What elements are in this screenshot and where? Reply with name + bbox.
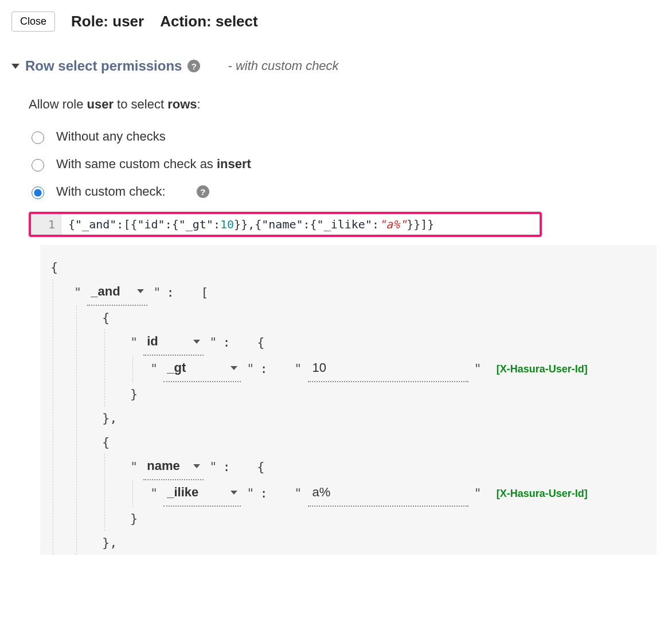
quote: " bbox=[474, 357, 482, 381]
header-action: Action: select bbox=[160, 13, 258, 30]
column-select-id[interactable]: id bbox=[143, 329, 204, 356]
section-title: Row select permissions bbox=[25, 58, 182, 74]
quote: " bbox=[74, 281, 81, 305]
brace-close: } bbox=[130, 507, 646, 531]
column-select-name[interactable]: name bbox=[143, 454, 204, 480]
value-input-gt[interactable]: 10 bbox=[308, 356, 468, 382]
action-label: Action: bbox=[160, 13, 212, 30]
quote: " bbox=[209, 331, 217, 355]
colon: : bbox=[223, 455, 230, 479]
colon: : bbox=[260, 357, 268, 381]
quote: " bbox=[150, 357, 158, 381]
help-icon[interactable]: ? bbox=[187, 60, 200, 72]
bracket-open: [ bbox=[201, 281, 208, 305]
colon: : bbox=[167, 281, 174, 305]
brace-close-comma: }, bbox=[102, 406, 646, 430]
radio-custom-check[interactable]: With custom check: ? bbox=[29, 184, 661, 199]
radio-custom-check-input[interactable] bbox=[32, 186, 44, 199]
colon: : bbox=[223, 331, 230, 355]
radio-no-checks-label: Without any checks bbox=[56, 129, 166, 144]
brace-open: { bbox=[50, 255, 646, 279]
chevron-down-icon bbox=[230, 366, 237, 370]
hasura-user-id-link[interactable]: [X-Hasura-User-Id] bbox=[497, 359, 588, 379]
quote: " bbox=[247, 481, 254, 506]
hasura-user-id-link[interactable]: [X-Hasura-User-Id] bbox=[497, 484, 588, 503]
radio-custom-check-label: With custom check: bbox=[56, 184, 166, 199]
radio-same-as-insert[interactable]: With same custom check as insert bbox=[29, 157, 661, 172]
json-editor[interactable]: 1 {"_and":[{"id":{"_gt":10}},{"name":{"_… bbox=[29, 212, 542, 237]
colon: : bbox=[260, 481, 268, 506]
section-suffix: - with custom check bbox=[228, 59, 338, 73]
chevron-down-icon bbox=[193, 340, 200, 344]
quote: " bbox=[247, 357, 254, 381]
quote: " bbox=[130, 331, 138, 355]
quote: " bbox=[153, 281, 161, 305]
permission-builder: { " _and " : [ { " id bbox=[40, 245, 657, 555]
quote: " bbox=[209, 455, 217, 479]
brace-close-comma: }, bbox=[102, 531, 646, 555]
brace-close: } bbox=[130, 382, 646, 406]
chevron-down-icon bbox=[230, 491, 237, 495]
section-header[interactable]: Row select permissions ? - with custom c… bbox=[11, 58, 661, 74]
quote: " bbox=[294, 357, 302, 381]
help-icon[interactable]: ? bbox=[197, 185, 209, 198]
brace-open: { bbox=[102, 306, 646, 330]
role-label: Role: bbox=[71, 13, 108, 30]
quote: " bbox=[150, 481, 158, 506]
chevron-down-icon bbox=[193, 464, 200, 468]
radio-no-checks-input[interactable] bbox=[32, 131, 44, 144]
allow-text: Allow role user to select rows: bbox=[29, 97, 661, 112]
operator-select-gt[interactable]: _gt bbox=[163, 356, 241, 382]
radio-same-as-insert-input[interactable] bbox=[32, 159, 44, 172]
code-line[interactable]: {"_and":[{"id":{"_gt":10}},{"name":{"_il… bbox=[61, 214, 441, 235]
line-number: 1 bbox=[31, 214, 61, 235]
header-role: Role: user bbox=[71, 13, 144, 30]
role-value: user bbox=[112, 13, 144, 30]
radio-same-as-insert-label: With same custom check as insert bbox=[56, 157, 251, 172]
value-input-ilike[interactable]: a% bbox=[308, 480, 468, 507]
operator-select-ilike[interactable]: _ilike bbox=[163, 480, 241, 507]
radio-no-checks[interactable]: Without any checks bbox=[29, 129, 661, 144]
action-value: select bbox=[216, 13, 258, 30]
quote: " bbox=[130, 455, 138, 479]
chevron-down-icon bbox=[137, 289, 144, 293]
quote: " bbox=[474, 481, 482, 506]
chevron-down-icon bbox=[11, 64, 19, 69]
brace-open: { bbox=[257, 455, 264, 479]
close-button[interactable]: Close bbox=[11, 11, 55, 32]
brace-open: { bbox=[102, 430, 646, 454]
brace-open: { bbox=[257, 331, 264, 355]
operator-select-and[interactable]: _and bbox=[87, 279, 147, 306]
quote: " bbox=[294, 481, 302, 506]
